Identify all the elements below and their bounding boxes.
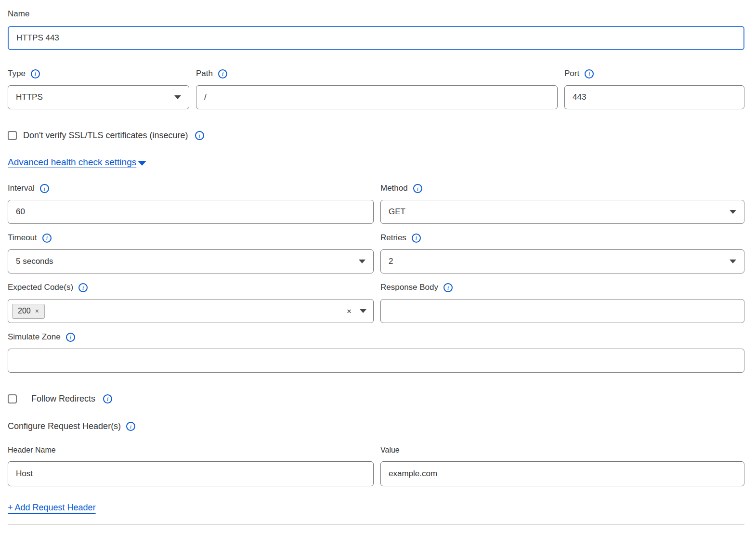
port-input[interactable]: [564, 85, 744, 109]
simulate-zone-field: Simulate Zone i: [8, 332, 744, 373]
section-divider: [8, 524, 744, 525]
code-tag-value: 200: [18, 307, 31, 315]
ssl-verify-label: Don't verify SSL/TLS certificates (insec…: [23, 130, 188, 141]
follow-redirects-row: Follow Redirects i: [8, 394, 744, 404]
method-select-value: GET: [389, 207, 405, 217]
type-label: Type: [8, 68, 26, 79]
method-label: Method: [380, 183, 408, 194]
type-path-port-row: Type i HTTPS Path i Port i: [8, 68, 744, 109]
simulate-zone-input[interactable]: [8, 349, 744, 373]
simulate-zone-info-icon[interactable]: i: [66, 333, 75, 342]
timeout-select[interactable]: 5 seconds: [8, 249, 374, 273]
expected-codes-field: Expected Code(s) i 200 × ×: [8, 282, 374, 323]
retries-select-value: 2: [389, 257, 393, 266]
interval-input[interactable]: [8, 200, 374, 224]
health-check-form: Name Type i HTTPS Path i Port i: [0, 0, 756, 533]
retries-info-icon[interactable]: i: [412, 234, 421, 243]
simulate-zone-label: Simulate Zone: [8, 332, 61, 342]
response-body-label: Response Body: [380, 282, 438, 293]
header-name-label: Header Name: [8, 446, 374, 455]
name-input[interactable]: [8, 26, 744, 50]
header-value-input[interactable]: [380, 461, 744, 486]
timeout-label: Timeout: [8, 233, 37, 243]
interval-label: Interval: [8, 183, 35, 194]
response-body-input[interactable]: [380, 299, 744, 323]
timeout-field: Timeout i 5 seconds: [8, 233, 374, 273]
header-value-label: Value: [380, 446, 744, 455]
follow-redirects-info-icon[interactable]: i: [103, 394, 112, 403]
interval-method-row: Interval i Method i GET: [8, 183, 744, 224]
expected-codes-info-icon[interactable]: i: [78, 283, 88, 292]
chevron-down-icon[interactable]: [360, 309, 366, 313]
path-input[interactable]: [196, 85, 558, 109]
add-request-header-link[interactable]: + Add Request Header: [8, 503, 96, 512]
name-field: Name: [8, 9, 744, 50]
interval-info-icon[interactable]: i: [40, 184, 49, 193]
chevron-down-icon: [730, 260, 736, 263]
port-label: Port: [564, 68, 579, 79]
path-info-icon[interactable]: i: [218, 69, 227, 78]
header-value-field: Value: [380, 446, 744, 486]
ssl-verify-checkbox[interactable]: [8, 131, 17, 140]
configure-headers-label: Configure Request Header(s): [8, 421, 121, 431]
type-select-value: HTTPS: [16, 92, 43, 102]
follow-redirects-checkbox[interactable]: [8, 394, 17, 403]
advanced-settings-link[interactable]: Advanced health check settings: [8, 157, 136, 168]
method-info-icon[interactable]: i: [413, 184, 422, 193]
code-tag: 200 ×: [12, 304, 45, 319]
chevron-down-icon: [359, 260, 365, 263]
chevron-down-icon: [174, 95, 181, 99]
header-name-input[interactable]: [8, 461, 374, 486]
method-field: Method i GET: [380, 183, 744, 224]
response-body-info-icon[interactable]: i: [443, 283, 453, 292]
retries-field: Retries i 2: [380, 233, 744, 273]
configure-headers-info-icon[interactable]: i: [126, 422, 135, 431]
chevron-down-icon: [730, 210, 736, 214]
port-field: Port i: [564, 68, 744, 109]
path-field: Path i: [196, 68, 558, 109]
timeout-retries-row: Timeout i 5 seconds Retries i 2: [8, 233, 744, 273]
timeout-select-value: 5 seconds: [16, 257, 53, 266]
expected-codes-label: Expected Code(s): [8, 282, 73, 293]
ssl-verify-info-icon[interactable]: i: [195, 131, 204, 140]
interval-field: Interval i: [8, 183, 374, 224]
configure-headers-section: Configure Request Header(s) i: [8, 421, 744, 431]
port-info-icon[interactable]: i: [585, 69, 594, 78]
add-header-row: + Add Request Header: [8, 503, 744, 513]
response-body-field: Response Body i: [380, 282, 744, 323]
tag-remove-icon[interactable]: ×: [35, 308, 39, 314]
header-name-field: Header Name: [8, 446, 374, 486]
codes-body-row: Expected Code(s) i 200 × × Response Body…: [8, 282, 744, 323]
clear-all-icon[interactable]: ×: [347, 307, 352, 315]
header-row: Header Name Value: [8, 446, 744, 486]
timeout-info-icon[interactable]: i: [42, 234, 52, 243]
triangle-down-icon[interactable]: [138, 161, 146, 166]
method-select[interactable]: GET: [380, 200, 744, 224]
type-info-icon[interactable]: i: [31, 69, 40, 78]
type-select[interactable]: HTTPS: [8, 85, 189, 109]
retries-select[interactable]: 2: [380, 249, 744, 273]
type-field: Type i HTTPS: [8, 68, 189, 109]
path-label: Path: [196, 68, 213, 79]
expected-codes-multiselect[interactable]: 200 × ×: [8, 299, 374, 323]
follow-redirects-label: Follow Redirects: [31, 394, 95, 404]
retries-label: Retries: [380, 233, 406, 243]
multiselect-controls: ×: [347, 307, 366, 315]
ssl-verify-checkbox-row: Don't verify SSL/TLS certificates (insec…: [8, 130, 744, 141]
name-label: Name: [8, 9, 744, 19]
advanced-settings-row: Advanced health check settings: [8, 157, 744, 168]
